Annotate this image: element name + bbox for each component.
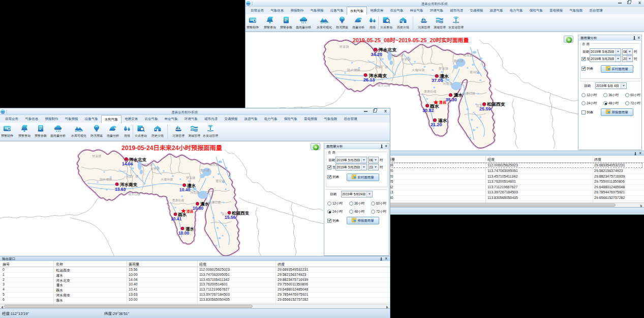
svg-text:官垸镇: 官垸镇 bbox=[216, 179, 225, 183]
svg-text:35.30: 35.30 bbox=[446, 97, 457, 102]
svg-text:城头山镇: 城头山镇 bbox=[377, 83, 390, 87]
svg-text:甘溪镇: 甘溪镇 bbox=[92, 154, 101, 158]
svg-text:码头铺镇: 码头铺镇 bbox=[347, 69, 360, 72]
svg-text:大堰垱镇: 大堰垱镇 bbox=[412, 69, 424, 72]
svg-text:小渡口镇: 小渡口镇 bbox=[462, 92, 475, 95]
svg-text:37.05: 37.05 bbox=[432, 78, 443, 83]
svg-text:码头铺镇: 码头铺镇 bbox=[100, 178, 112, 181]
svg-text:2019-05-25_08时~2019-05-25_20时实: 2019-05-25_08时~2019-05-25_20时实时面雨量 bbox=[353, 37, 469, 43]
svg-text:甘溪镇: 甘溪镇 bbox=[339, 45, 349, 48]
svg-text:复兴镇: 复兴镇 bbox=[200, 168, 209, 172]
svg-text:梦溪镇: 梦溪镇 bbox=[186, 176, 195, 180]
svg-text:王家厂镇: 王家厂镇 bbox=[375, 65, 388, 69]
svg-text:城头山镇: 城头山镇 bbox=[128, 192, 140, 196]
svg-text:涔南镇: 涔南镇 bbox=[443, 82, 452, 85]
svg-text:13.63: 13.63 bbox=[115, 187, 126, 192]
svg-text:10.80: 10.80 bbox=[193, 206, 204, 211]
svg-text:10.00: 10.00 bbox=[178, 230, 190, 236]
svg-text:盐井镇: 盐井镇 bbox=[393, 53, 403, 57]
svg-text:10.40: 10.40 bbox=[179, 187, 191, 192]
svg-text:30.82: 30.82 bbox=[422, 108, 434, 113]
svg-text:如东镇: 如东镇 bbox=[209, 163, 219, 166]
svg-text:小渡口镇: 小渡口镇 bbox=[208, 200, 221, 204]
svg-text:复兴镇: 复兴镇 bbox=[453, 59, 463, 63]
svg-text:如东镇: 如东镇 bbox=[463, 53, 473, 57]
svg-text:澧澹街道: 澧澹街道 bbox=[172, 198, 184, 202]
svg-text:10.41: 10.41 bbox=[171, 216, 182, 221]
svg-text:金罗镇: 金罗镇 bbox=[401, 57, 411, 61]
svg-text:梦溪镇: 梦溪镇 bbox=[439, 67, 448, 71]
svg-text:25.59: 25.59 bbox=[479, 106, 491, 111]
svg-text:34.20: 34.20 bbox=[371, 52, 383, 57]
svg-text:澧澹街道: 澧澹街道 bbox=[423, 90, 436, 93]
svg-text:2019-05-24日未来24小时预报面雨量: 2019-05-24日未来24小时预报面雨量 bbox=[121, 144, 222, 152]
svg-text:15.56: 15.56 bbox=[225, 215, 236, 220]
svg-text:金罗镇: 金罗镇 bbox=[150, 167, 160, 170]
svg-text:王家厂镇: 王家厂镇 bbox=[126, 175, 138, 178]
svg-text:大堰垱镇: 大堰垱镇 bbox=[161, 178, 173, 181]
svg-text:官垸镇: 官垸镇 bbox=[470, 70, 479, 74]
svg-text:14.04: 14.04 bbox=[122, 161, 133, 166]
svg-text:26.13: 26.13 bbox=[363, 77, 375, 82]
svg-text:涔南镇: 涔南镇 bbox=[190, 191, 199, 194]
svg-text:21.20: 21.20 bbox=[431, 122, 442, 127]
svg-text:盐井镇: 盐井镇 bbox=[143, 163, 152, 166]
